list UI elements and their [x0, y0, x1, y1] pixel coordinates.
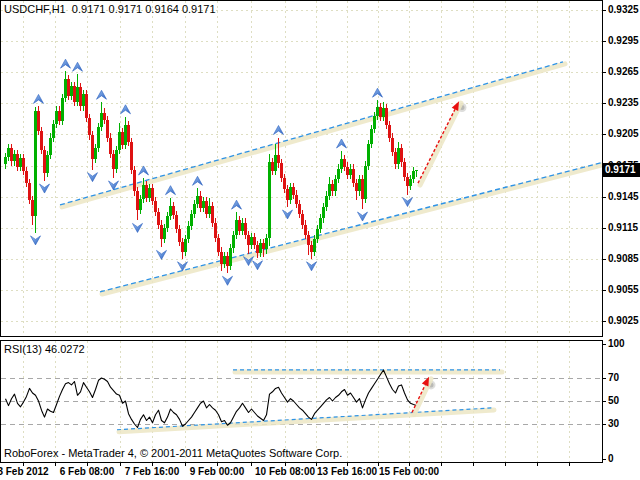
candle — [22, 158, 25, 170]
fractal-up-arrow-icon — [121, 105, 131, 114]
chart-title-ohlc-readout: USDCHF,H1 0.9171 0.9171 0.9164 0.9171 — [4, 3, 216, 15]
candle — [253, 237, 256, 245]
fractal-down-arrow-icon — [403, 198, 413, 207]
price-axis-label: 0.9085 — [608, 253, 639, 265]
price-axis-tick — [602, 10, 606, 11]
time-axis-tick — [217, 463, 218, 466]
candle — [133, 170, 136, 192]
price-projection-arrow-shaft — [418, 109, 455, 183]
candle — [274, 155, 277, 171]
price-axis-tick — [602, 41, 606, 42]
fractal-down-arrow-icon — [31, 236, 41, 245]
candle — [262, 243, 265, 249]
candle — [208, 206, 211, 214]
time-axis[interactable]: 3 Feb 20126 Feb 08:007 Feb 16:009 Feb 00… — [0, 463, 640, 480]
candle — [382, 108, 385, 116]
candle — [142, 185, 145, 198]
time-axis-tick — [316, 463, 317, 466]
fractal-up-arrow-icon — [232, 200, 242, 209]
candle — [112, 154, 115, 169]
candle — [187, 226, 190, 239]
price-axis-tick — [602, 290, 606, 291]
time-axis-tick — [347, 463, 348, 466]
time-axis-tick — [473, 463, 474, 466]
candle — [76, 87, 79, 103]
rsi-axis-tick — [602, 378, 606, 379]
time-axis-tick — [152, 463, 153, 466]
candle — [175, 215, 178, 228]
candle — [88, 118, 91, 136]
time-axis-tick — [185, 463, 186, 466]
fractal-down-arrow-icon — [307, 262, 317, 271]
candle — [220, 252, 223, 264]
candle — [217, 238, 220, 251]
price-axis-label: 0.9325 — [608, 4, 639, 16]
time-axis-label: 10 Feb 08:00 — [255, 466, 315, 478]
candle — [10, 148, 13, 161]
rsi-indicator-pane[interactable] — [0, 340, 603, 463]
candle — [409, 179, 412, 186]
fractal-down-arrow-icon — [88, 173, 98, 182]
time-axis-tick — [505, 463, 506, 466]
time-axis-tick — [537, 463, 538, 466]
fractal-up-arrow-icon — [337, 139, 347, 148]
time-axis-tick — [55, 463, 56, 466]
candle — [7, 148, 10, 157]
time-axis-label: 3 Feb 2012 — [0, 466, 49, 478]
candle — [331, 184, 334, 191]
candle — [295, 195, 298, 204]
candle — [352, 169, 355, 184]
fractal-up-arrow-icon — [274, 126, 284, 135]
candle — [355, 183, 358, 191]
candle — [46, 155, 49, 173]
candle — [154, 201, 157, 212]
candle — [109, 138, 112, 155]
candle — [52, 124, 55, 137]
candle — [130, 142, 133, 170]
candle — [343, 159, 346, 166]
candle — [127, 125, 130, 142]
candle — [241, 223, 244, 231]
candle — [328, 184, 331, 195]
candle — [172, 206, 175, 215]
time-axis-tick — [569, 463, 570, 466]
price-axis-tick — [602, 72, 606, 73]
candle — [121, 132, 124, 144]
time-axis-tick — [120, 463, 121, 466]
copyright-text: RoboForex - MetaTrader 4, © 2001-2011 Me… — [4, 447, 342, 459]
candle — [100, 113, 103, 128]
main-chart-pane[interactable] — [0, 0, 603, 337]
candle — [319, 218, 322, 228]
main-grid-layer — [1, 1, 602, 335]
price-projection-arrow-head — [452, 101, 459, 111]
fractal-up-arrow-icon — [139, 166, 149, 175]
candle — [403, 162, 406, 177]
candle — [160, 225, 163, 240]
candle — [304, 225, 307, 235]
price-axis[interactable]: 0.93250.92950.92650.92350.92050.91750.91… — [603, 0, 640, 463]
candle — [148, 188, 151, 197]
fractal-down-arrow-icon — [133, 223, 143, 232]
price-axis-label: 0.9055 — [608, 284, 639, 296]
candle — [85, 94, 88, 118]
fractal-up-arrow-icon — [73, 62, 83, 71]
time-axis-tick — [441, 463, 442, 466]
candle — [301, 214, 304, 224]
candle — [43, 150, 46, 173]
candle — [286, 189, 289, 199]
highlight-glow — [102, 164, 603, 294]
candle — [388, 125, 391, 137]
candle — [310, 245, 313, 251]
candle — [280, 163, 283, 178]
rsi-axis-label: 70 — [608, 372, 619, 384]
candle — [73, 86, 76, 103]
candle — [400, 148, 403, 163]
candle — [340, 159, 343, 168]
candle — [292, 187, 295, 194]
candle — [106, 120, 109, 138]
candle — [211, 206, 214, 223]
candle — [181, 242, 184, 251]
candle — [28, 183, 31, 200]
fractal-down-arrow-icon — [358, 212, 368, 221]
candle — [40, 131, 43, 150]
